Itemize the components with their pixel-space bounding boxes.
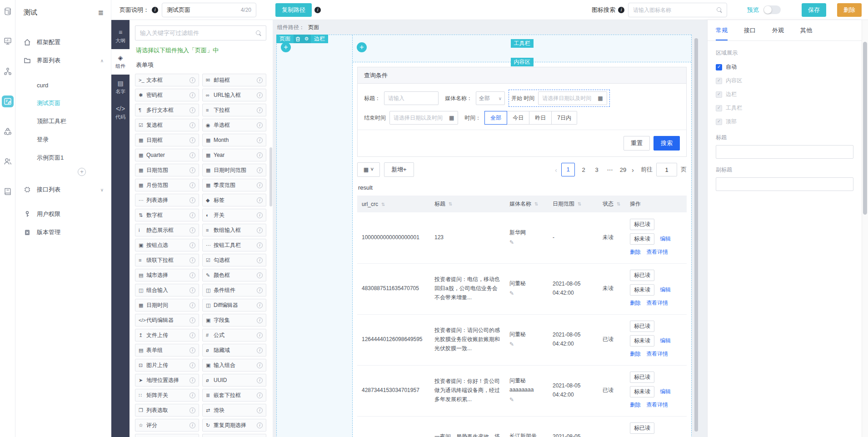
time-range-option[interactable]: 今日 (507, 111, 529, 125)
detail-link[interactable]: 查看详情 (646, 249, 668, 255)
info-icon[interactable]: i (257, 212, 263, 218)
inspector-tab[interactable]: 其他 (800, 20, 812, 40)
info-icon[interactable]: i (257, 392, 263, 398)
sidebar-item-framework[interactable]: 框架配置 (15, 33, 111, 51)
info-icon[interactable]: i (190, 362, 195, 368)
editor-tab[interactable]: ▤ 名字 (111, 75, 130, 100)
mark-read-button[interactable]: 标已读 (630, 270, 654, 281)
mark-read-button[interactable]: 标已读 (630, 219, 654, 230)
info-icon[interactable]: i (190, 137, 195, 143)
editor-tab[interactable]: </> 代码 (111, 100, 130, 126)
sidebar-item-version[interactable]: 版本管理 (15, 223, 111, 241)
time-range-option[interactable]: 全部 (484, 111, 507, 125)
info-icon[interactable]: i (257, 77, 263, 83)
editor-tab[interactable]: ≡ 大纲 (111, 24, 130, 49)
mark-unread-button[interactable]: 标未读 (630, 335, 654, 347)
sidebar-item-user-permission[interactable]: 用户权限 (15, 205, 111, 223)
component-item[interactable]: ▣ 按钮点选 i (135, 239, 199, 251)
component-item[interactable]: # 公式 i (202, 329, 266, 342)
add-component-button[interactable]: + (357, 42, 367, 52)
add-row-button[interactable]: 新增+ (384, 162, 414, 177)
copy-path-button[interactable]: 复制路径 (275, 3, 312, 17)
component-item[interactable]: >_ 文本框 i (135, 74, 199, 86)
icon-search-input[interactable] (633, 7, 717, 13)
database-icon[interactable] (2, 5, 14, 17)
info-icon[interactable]: i (618, 7, 624, 13)
region-checkbox-row[interactable]: 顶部 (716, 118, 853, 126)
info-icon[interactable]: i (257, 92, 263, 98)
settings-gear-icon[interactable]: ⚙ (302, 35, 311, 43)
edit-link[interactable]: 编辑 (660, 236, 671, 242)
checkbox[interactable] (716, 78, 722, 84)
info-icon[interactable]: i (257, 377, 263, 383)
component-item[interactable]: ≣ 嵌套下拉框 i (202, 389, 266, 402)
editor-tab[interactable]: ◈ 组件 (111, 49, 130, 75)
info-icon[interactable]: i (257, 197, 263, 203)
info-icon[interactable]: i (314, 7, 321, 13)
component-item[interactable]: ❐ 列表选取 i (135, 404, 199, 417)
search-button[interactable]: 搜索 (653, 136, 680, 151)
component-item[interactable]: ▦ 季度范围 i (202, 179, 266, 191)
info-icon[interactable]: i (190, 167, 195, 173)
info-icon[interactable]: i (190, 287, 195, 293)
info-icon[interactable]: i (257, 152, 263, 158)
component-item[interactable]: ⋯ 列表选择 i (135, 194, 199, 206)
sidebar-page-item[interactable]: 顶部工具栏 (15, 112, 111, 131)
info-icon[interactable]: i (190, 257, 195, 263)
time-range-option[interactable]: 7日内 (552, 111, 577, 125)
edit-link[interactable]: 编辑 (660, 286, 671, 293)
canvas-scrollbar[interactable] (694, 38, 698, 432)
region-checkbox-row[interactable]: 内容区 (716, 77, 853, 85)
mark-read-button[interactable]: 标已读 (630, 422, 654, 434)
sidebar-page-item[interactable]: 示例页面1 (15, 149, 111, 167)
component-item[interactable]: ▤ 表单组 i (135, 344, 199, 357)
component-search-input[interactable] (140, 30, 256, 36)
component-item[interactable]: ⋯ 按钮工具栏 i (202, 239, 266, 251)
log-book-icon[interactable] (2, 186, 14, 197)
reset-button[interactable]: 重置 (624, 136, 650, 151)
page-region-tag[interactable]: 页面 (276, 35, 294, 43)
info-icon[interactable]: i (190, 407, 195, 413)
info-icon[interactable]: i (190, 422, 195, 428)
info-icon[interactable]: i (257, 332, 263, 338)
component-item[interactable]: ▦ 日期框 i (135, 134, 199, 146)
info-icon[interactable]: i (257, 272, 263, 278)
detail-link[interactable]: 查看详情 (646, 300, 668, 306)
component-item[interactable]: ↻ 重复周期选择 i (202, 419, 266, 432)
info-icon[interactable]: i (257, 167, 263, 173)
column-header[interactable]: 标题⇅ (430, 196, 505, 212)
info-icon[interactable]: i (257, 422, 263, 428)
page-scrollbar[interactable] (862, 20, 868, 437)
component-item[interactable]: ⊡ 图片上传 i (135, 359, 199, 372)
column-header[interactable]: 状态⇅ (598, 196, 625, 212)
info-icon[interactable]: i (257, 122, 263, 128)
inline-edit-icon[interactable]: ✎ (509, 289, 544, 298)
component-item[interactable]: ¶ 多行文本框 i (135, 104, 199, 116)
info-icon[interactable]: i (190, 212, 195, 218)
inline-edit-icon[interactable]: ✎ (509, 396, 544, 405)
component-item[interactable]: ↥ 文件上传 i (135, 329, 199, 342)
component-item[interactable]: ⇄ 滑块 i (202, 404, 266, 417)
delete-link[interactable]: 删除 (630, 300, 641, 306)
delete-button[interactable]: 删除 (837, 3, 862, 17)
component-item[interactable]: ➤ 地理位置选择 i (135, 374, 199, 387)
info-icon[interactable]: i (190, 77, 195, 83)
delete-link[interactable]: 删除 (630, 351, 641, 357)
detail-link[interactable]: 查看详情 (646, 402, 668, 408)
page-number[interactable]: 2 (579, 166, 588, 173)
component-item[interactable]: i (202, 434, 266, 437)
region-checkbox-row[interactable]: 边栏 (716, 90, 853, 98)
component-item[interactable]: ø UUID i (202, 374, 266, 387)
prev-page-icon[interactable]: ‹ (555, 166, 557, 174)
component-item[interactable]: ø 隐藏域 i (202, 344, 266, 357)
info-icon[interactable]: i (257, 257, 263, 263)
component-item[interactable]: ▦ 月份范围 i (135, 179, 199, 191)
save-button[interactable]: 保存 (802, 3, 826, 17)
info-icon[interactable]: i (257, 287, 263, 293)
component-item[interactable]: ✉ 邮箱框 i (202, 74, 266, 86)
component-item[interactable]: ✎ 颜色框 i (202, 269, 266, 281)
info-icon[interactable]: i (257, 227, 263, 233)
sidebar-page-item[interactable]: 登录 (15, 131, 111, 149)
region-checkbox-row[interactable]: 自动 (716, 63, 853, 71)
inline-edit-icon[interactable]: ✎ (509, 238, 544, 247)
